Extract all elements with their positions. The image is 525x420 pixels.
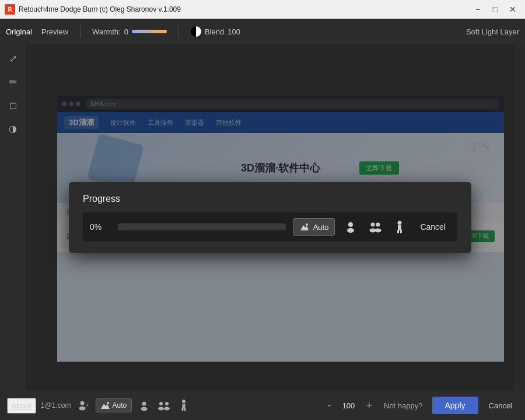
email-label: 1@1.com [41, 401, 71, 410]
apply-button[interactable]: Apply [432, 397, 478, 414]
preview-button[interactable]: Preview [41, 27, 68, 36]
dialog-cancel-button[interactable]: Cancel [415, 219, 450, 235]
svg-point-13 [79, 407, 85, 411]
about-button[interactable]: About [7, 398, 36, 414]
person-standing-icon[interactable] [391, 218, 408, 236]
svg-rect-9 [398, 225, 401, 230]
svg-point-3 [347, 228, 354, 233]
blend-minus-button[interactable]: - [325, 400, 333, 412]
toolbar: Original Preview Warmth: 0 Blend 100 Sof… [0, 19, 525, 44]
blend-icon [191, 26, 201, 37]
bottom-person-icon[interactable] [136, 398, 152, 413]
close-button[interactable]: ✕ [505, 4, 520, 15]
svg-point-22 [164, 407, 170, 411]
svg-point-17 [142, 402, 146, 406]
svg-rect-25 [182, 408, 184, 411]
bottom-blend-value: 100 [338, 401, 359, 410]
warmth-control: Warmth: 0 [92, 27, 167, 36]
svg-point-19 [159, 402, 163, 405]
right-strip [514, 44, 525, 391]
toolbar-sep1 [80, 25, 80, 38]
dialog-overlay: Progress 0% Auto [26, 44, 514, 391]
svg-point-16 [107, 402, 109, 404]
cancel-button[interactable]: Cancel [483, 397, 518, 414]
dialog-title: Progress [83, 194, 457, 204]
svg-point-1 [306, 223, 308, 226]
mountain-icon [299, 222, 310, 232]
blend-control: Blend 100 [191, 26, 240, 37]
svg-point-12 [80, 401, 84, 405]
bottom-person-full-icon[interactable] [176, 398, 191, 413]
toolbar-sep2 [178, 25, 179, 38]
layer-tool[interactable]: ◑ [4, 119, 22, 138]
not-happy-label: Not happy? [384, 401, 423, 410]
progress-text: 0% [90, 222, 111, 232]
progress-dialog: Progress 0% Auto [69, 182, 471, 253]
persons-double-icon[interactable] [366, 218, 384, 236]
fit-view-tool[interactable]: ⤢ [4, 49, 22, 68]
svg-rect-24 [183, 404, 186, 408]
warmth-value: 0 [124, 27, 128, 36]
svg-marker-15 [101, 404, 110, 409]
bottom-auto-label: Auto [113, 401, 127, 410]
svg-text:+: + [86, 402, 89, 408]
progress-bar-container [118, 223, 286, 230]
auto-label: Auto [313, 223, 329, 232]
bottom-person-add-icon[interactable]: + [76, 398, 91, 413]
brush-tool[interactable]: ✏ [4, 72, 22, 91]
svg-point-18 [141, 407, 148, 411]
svg-marker-0 [300, 225, 309, 230]
svg-rect-26 [184, 408, 186, 411]
svg-point-21 [165, 402, 169, 405]
blend-value: 100 [228, 27, 240, 36]
svg-point-2 [348, 222, 353, 227]
svg-point-4 [371, 223, 375, 227]
auto-button[interactable]: Auto [293, 218, 335, 236]
main-area: 3d66.com 3D溜溜 设计软件 工具插件 渲染器 其他软件 3D溜溜·软件… [26, 44, 514, 391]
svg-point-8 [398, 221, 402, 225]
dialog-row: 0% Auto [83, 212, 457, 242]
window-title: Retouch4me Dodge Burn (c) Oleg Sharonov … [19, 5, 470, 13]
window-controls: − □ ✕ [470, 4, 520, 15]
warmth-slider[interactable] [132, 30, 167, 33]
soft-light-label: Soft Light Layer [466, 27, 519, 36]
bottom-bar: About 1@1.com + Auto [0, 391, 525, 420]
maximize-button[interactable]: □ [488, 4, 503, 15]
title-bar: R Retouch4me Dodge Burn (c) Oleg Sharono… [0, 0, 525, 19]
svg-rect-10 [397, 230, 399, 233]
person-single-icon[interactable] [342, 218, 359, 236]
bottom-auto-button[interactable]: Auto [96, 398, 132, 412]
svg-point-23 [182, 400, 186, 403]
eraser-tool[interactable]: ◻ [4, 96, 22, 114]
left-sidebar: ⤢ ✏ ◻ ◑ [0, 44, 26, 391]
bottom-persons-icon[interactable] [156, 398, 172, 413]
svg-point-7 [375, 229, 382, 233]
minimize-button[interactable]: − [470, 4, 485, 15]
svg-rect-11 [400, 230, 402, 233]
app-icon: R [5, 4, 15, 15]
blend-label: Blend [205, 27, 224, 36]
svg-point-6 [376, 223, 380, 227]
blend-plus-button[interactable]: + [363, 400, 374, 412]
svg-point-20 [158, 407, 164, 411]
warmth-label: Warmth: [92, 27, 121, 36]
original-button[interactable]: Original [6, 27, 32, 36]
